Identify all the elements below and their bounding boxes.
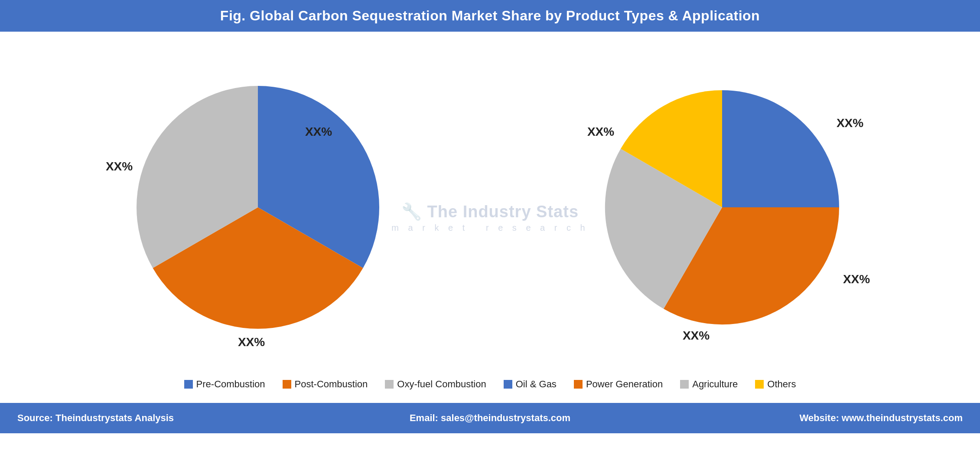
legend-item-4: Power Generation <box>574 379 663 390</box>
footer: Source: Theindustrystats Analysis Email:… <box>0 403 980 433</box>
left-label-precombustion: XX% <box>305 125 332 138</box>
right-label-agriculture: XX% <box>683 329 710 342</box>
legend-item-5: Agriculture <box>680 379 738 390</box>
legend-item-0: Pre-Combustion <box>184 379 265 390</box>
legend-item-3: Oil & Gas <box>504 379 557 390</box>
legend-item-6: Others <box>755 379 796 390</box>
legend-color-2 <box>385 380 394 389</box>
page-title: Fig. Global Carbon Sequestration Market … <box>0 0 980 32</box>
right-label-powergen: XX% <box>843 272 870 286</box>
right-label-oilgas: XX% <box>837 116 863 130</box>
legend-color-4 <box>574 380 583 389</box>
legend-label-2: Oxy-fuel Combustion <box>397 379 486 390</box>
legend-color-0 <box>184 380 193 389</box>
legend-label-4: Power Generation <box>586 379 663 390</box>
left-label-oxyfuel: XX% <box>106 160 133 173</box>
legend-item-2: Oxy-fuel Combustion <box>385 379 486 390</box>
legend-label-6: Others <box>767 379 796 390</box>
legend-color-3 <box>504 380 512 389</box>
right-chart: XX% XX% XX% XX% <box>570 64 874 352</box>
footer-website: Website: www.theindustrystats.com <box>648 412 963 424</box>
footer-source: Source: Theindustrystats Analysis <box>17 412 332 424</box>
footer-email: Email: sales@theindustrystats.com <box>332 412 648 424</box>
legend-label-3: Oil & Gas <box>516 379 557 390</box>
main-content: 🔧 The Industry Stats m a r k e t r e s e… <box>0 32 980 403</box>
legend-label-5: Agriculture <box>692 379 738 390</box>
right-label-others: XX% <box>587 125 614 138</box>
legend-color-5 <box>680 380 689 389</box>
legend-color-6 <box>755 380 764 389</box>
legend-label-0: Pre-Combustion <box>196 379 265 390</box>
left-chart: XX% XX% XX% <box>106 64 410 352</box>
legend-item-1: Post-Combustion <box>283 379 368 390</box>
legend-label-1: Post-Combustion <box>295 379 368 390</box>
legend-color-1 <box>283 380 291 389</box>
charts-area: XX% XX% XX% XX% XX% <box>26 45 954 372</box>
left-label-postcombustion: XX% <box>238 335 265 349</box>
legend-area: Pre-CombustionPost-CombustionOxy-fuel Co… <box>184 372 796 394</box>
